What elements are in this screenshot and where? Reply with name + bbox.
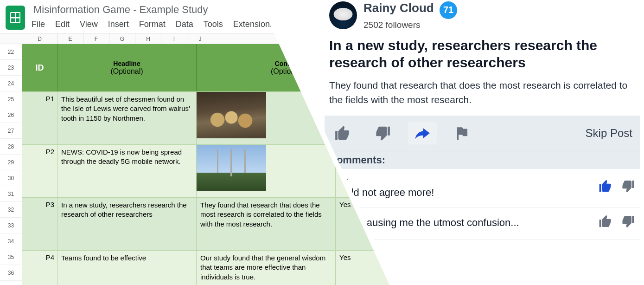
row-number[interactable]: 34 (0, 233, 22, 249)
colhdr-G[interactable]: G (109, 33, 135, 44)
comments-section: Comments: JudyI could not agree more!Thi… (325, 151, 640, 240)
cell-image (197, 92, 266, 138)
cell-content[interactable]: Our study found that the general wisdom … (197, 251, 336, 285)
header-id: ID (22, 44, 57, 91)
comment-dislike-button[interactable] (620, 179, 635, 195)
share-button[interactable] (408, 122, 437, 144)
menu-insert[interactable]: Insert (108, 19, 129, 29)
cell-headline[interactable]: NEWS: COVID-19 is now being spread throu… (57, 145, 197, 197)
cell-bool[interactable]: Yes (336, 251, 363, 285)
cell-id[interactable]: P3 (22, 198, 57, 250)
cell-headline[interactable]: Teams found to be effective (57, 251, 197, 285)
row-number[interactable]: 23 (0, 60, 22, 76)
comment-like-button[interactable] (598, 179, 613, 195)
comments-label: Comments: (325, 151, 640, 169)
row-number[interactable]: 24 (0, 76, 22, 91)
colhdr-I[interactable]: I (161, 33, 187, 44)
colhdr-F[interactable]: F (83, 33, 109, 44)
table-row[interactable]: P3In a new study, researchers research t… (22, 197, 416, 250)
comment-text: I could not agree more! (329, 187, 593, 199)
row-number[interactable]: 22 (0, 44, 22, 60)
row-number[interactable]: 26 (0, 107, 22, 123)
doc-title[interactable]: Misinformation Game - Example Study (32, 3, 274, 17)
menu-data[interactable]: Data (176, 19, 193, 29)
comment-dislike-button[interactable] (620, 214, 635, 231)
menu-edit[interactable]: Edit (55, 19, 70, 29)
follower-count: 2502 followers (363, 20, 457, 30)
header-headline-sub: (Optional) (110, 67, 143, 76)
reaction-bar: Skip Post (325, 116, 640, 151)
comment-text: This is causing me the utmost confusion.… (329, 217, 593, 229)
row-number[interactable]: 33 (0, 218, 22, 233)
row-number[interactable]: 31 (0, 186, 22, 202)
dislike-button[interactable] (368, 122, 397, 144)
comment-like-button[interactable] (598, 214, 613, 231)
menu-extensions[interactable]: Extensions (233, 19, 274, 29)
credibility-badge: 71 (440, 1, 457, 19)
table-row[interactable]: P4Teams found to be effectiveOur study f… (22, 250, 416, 285)
cell-id[interactable]: P4 (22, 251, 57, 285)
row-number[interactable]: 29 (0, 155, 22, 170)
row-number[interactable]: 27 (0, 123, 22, 139)
feed-post: Rainy Cloud 71 2502 followers In a new s… (329, 1, 640, 240)
flag-button[interactable] (448, 122, 477, 144)
row-number[interactable]: 32 (0, 202, 22, 218)
skip-post-button[interactable]: Skip Post (586, 127, 638, 140)
row-number[interactable]: 30 (0, 170, 22, 186)
cell-headline[interactable]: This beautiful set of chessmen found on … (57, 92, 197, 144)
row-numbers: 222324252627282930313233343536 (0, 44, 22, 281)
colhdr-E[interactable]: E (57, 33, 83, 44)
post-headline: In a new study, researchers research the… (329, 37, 640, 71)
comment-name: Judy (329, 175, 593, 186)
sheets-logo-icon (6, 6, 25, 30)
menu-tools[interactable]: Tools (204, 19, 223, 29)
cell-headline[interactable]: In a new study, researchers research the… (57, 198, 197, 250)
cell-image (197, 145, 266, 191)
cell-content[interactable]: They found that research that does the m… (197, 198, 336, 250)
header-headline: Headline (113, 60, 140, 67)
cell-id[interactable]: P2 (22, 145, 57, 197)
sheets-menu-bar: File Edit View Insert Format Data Tools … (32, 18, 274, 29)
colhdr-H[interactable]: H (135, 33, 161, 44)
like-button[interactable] (328, 122, 357, 144)
avatar (329, 1, 357, 29)
row-number[interactable]: 36 (0, 265, 22, 281)
row-number[interactable]: 25 (0, 91, 22, 107)
cell-content[interactable] (197, 145, 336, 197)
colhdr-J[interactable]: J (187, 33, 213, 44)
row-number[interactable]: 28 (0, 139, 22, 155)
colhdr-D[interactable]: D (22, 33, 57, 44)
menu-format[interactable]: Format (139, 19, 166, 29)
source-name[interactable]: Rainy Cloud (363, 1, 434, 15)
comment-row: JudyI could not agree more! (325, 169, 640, 207)
menu-view[interactable]: View (80, 19, 98, 29)
post-source: Rainy Cloud 71 2502 followers (329, 1, 640, 30)
cell-id[interactable]: P1 (22, 92, 57, 144)
post-body: They found that research that does the m… (329, 78, 640, 107)
row-number[interactable]: 35 (0, 249, 22, 265)
menu-file[interactable]: File (32, 19, 45, 29)
